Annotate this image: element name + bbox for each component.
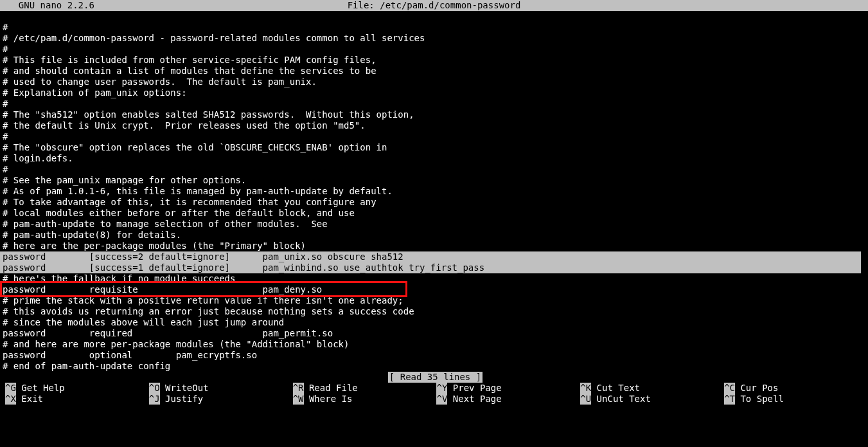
file-line: # this avoids us returning an error just…: [3, 306, 868, 317]
file-line: # As of pam 1.0.1-6, this file is manage…: [3, 186, 868, 197]
shortcut-item[interactable]: ^C Cur Pos: [724, 383, 868, 394]
shortcut-key: ^G: [5, 383, 16, 394]
shortcut-label: WriteOut: [160, 383, 209, 393]
file-line: # used to change user passwords. The def…: [3, 77, 868, 87]
shortcut-key: ^J: [149, 394, 160, 405]
shortcut-key: ^T: [724, 394, 735, 405]
shortcut-label: Prev Page: [447, 383, 501, 393]
file-line: #: [3, 22, 868, 33]
status-line: [ Read 35 lines ]: [388, 372, 483, 383]
shortcut-item[interactable]: ^K Cut Text: [580, 383, 724, 394]
file-line: # This file is included from other servi…: [3, 55, 868, 66]
shortcut-label: Get Help: [16, 383, 65, 393]
file-line: # See the pam_unix manpage for other opt…: [3, 175, 868, 186]
shortcut-item[interactable]: ^V Next Page: [436, 394, 580, 405]
file-line: # The "sha512" option enables salted SHA…: [3, 109, 868, 120]
shortcut-item[interactable]: ^J Justify: [149, 394, 293, 405]
shortcut-row-2: ^X Exit^J Justify^W Where Is^V Next Page…: [3, 394, 868, 405]
shortcut-key: ^K: [580, 383, 591, 394]
shortcut-label: Where Is: [304, 394, 353, 404]
file-line: # and should contain a list of modules t…: [3, 66, 868, 77]
shortcut-label: Cut Text: [591, 383, 640, 393]
file-line: # prime the stack with a positive return…: [3, 295, 868, 306]
shortcut-key: ^R: [293, 383, 304, 394]
file-line: # the default is Unix crypt. Prior relea…: [3, 120, 868, 131]
file-line: #: [3, 164, 868, 175]
app-title: GNU nano 2.2.6: [8, 0, 94, 11]
shortcut-label: Next Page: [447, 394, 501, 404]
highlighted-line: password [success=2 default=ignore] pam_…: [0, 251, 861, 262]
shortcut-label: To Spell: [735, 394, 784, 404]
file-title: File: /etc/pam.d/common-password: [348, 0, 521, 11]
shortcut-key: ^C: [724, 383, 735, 394]
highlighted-line: password [success=1 default=ignore] pam_…: [0, 262, 861, 273]
shortcut-key: ^V: [436, 394, 447, 405]
file-line: #: [3, 44, 868, 55]
shortcut-item[interactable]: ^G Get Help: [5, 383, 149, 394]
file-line: # here are the per-package modules (the …: [3, 241, 868, 251]
shortcut-key: ^Y: [436, 383, 447, 394]
status-line-wrap: [ Read 35 lines ]: [3, 372, 868, 383]
file-line: password optional pam_ecryptfs.so: [3, 350, 868, 361]
shortcut-item[interactable]: ^Y Prev Page: [436, 383, 580, 394]
titlebar: GNU nano 2.2.6 File: /etc/pam.d/common-p…: [0, 0, 868, 11]
file-line: #: [3, 98, 868, 109]
file-line: password required pam_permit.so: [3, 328, 868, 339]
shortcut-row-1: ^G Get Help^O WriteOut^R Read File^Y Pre…: [3, 383, 868, 394]
file-line: # login.defs.: [3, 153, 868, 164]
shortcut-item[interactable]: ^W Where Is: [293, 394, 437, 405]
file-line: # pam-auth-update to manage selection of…: [3, 219, 868, 230]
file-line: # Explanation of pam_unix options:: [3, 87, 868, 98]
file-line: # and here are more per-package modules …: [3, 339, 868, 350]
shortcut-key: ^U: [580, 394, 591, 405]
file-line: # To take advantage of this, it is recom…: [3, 197, 868, 208]
file-line: #: [3, 131, 868, 142]
file-line: # since the modules above will each just…: [3, 317, 868, 328]
file-line: # /etc/pam.d/common-password - password-…: [3, 33, 868, 44]
shortcut-key: ^W: [293, 394, 304, 405]
shortcut-key: ^O: [149, 383, 160, 394]
shortcut-label: Justify: [160, 394, 203, 404]
shortcut-key: ^X: [5, 394, 16, 405]
file-line: # here's the fallback if no module succe…: [3, 273, 868, 284]
shortcut-label: Exit: [16, 394, 43, 404]
file-line: # The "obscure" option replaces the old …: [3, 142, 868, 153]
shortcut-item[interactable]: ^X Exit: [5, 394, 149, 405]
blank-line: [3, 11, 868, 22]
shortcut-label: Read File: [304, 383, 358, 393]
editor-area[interactable]: ## /etc/pam.d/common-password - password…: [0, 11, 868, 405]
shortcut-label: Cur Pos: [735, 383, 778, 393]
shortcut-item[interactable]: ^T To Spell: [724, 394, 868, 405]
shortcut-item[interactable]: ^U UnCut Text: [580, 394, 724, 405]
shortcut-label: UnCut Text: [591, 394, 651, 404]
file-line: password requisite pam_deny.so: [3, 284, 868, 295]
shortcut-item[interactable]: ^O WriteOut: [149, 383, 293, 394]
file-line: # end of pam-auth-update config: [3, 361, 868, 372]
file-line: # local modules either before or after t…: [3, 208, 868, 219]
shortcut-item[interactable]: ^R Read File: [293, 383, 437, 394]
file-line: # pam-auth-update(8) for details.: [3, 230, 868, 241]
